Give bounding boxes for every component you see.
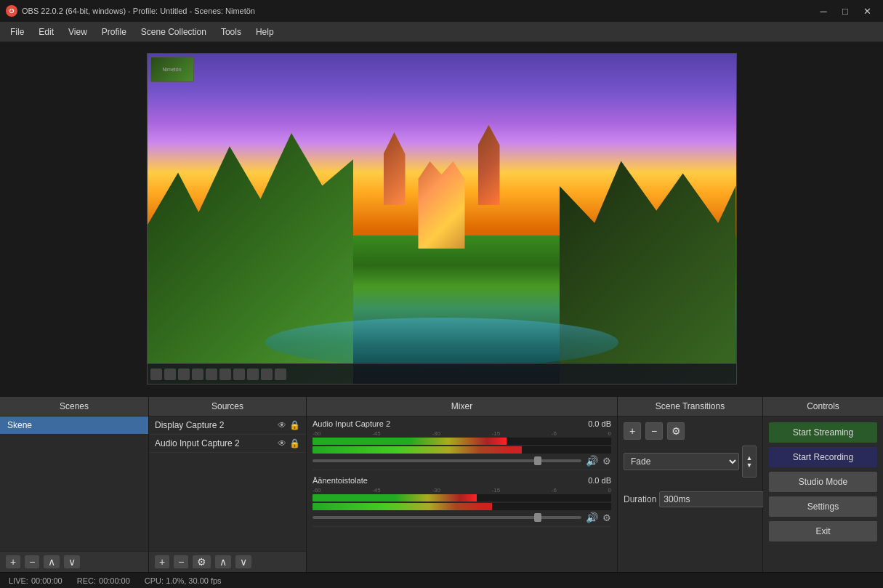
scenes-list: Skene — [0, 416, 148, 551]
meter-bar-2a — [313, 494, 611, 502]
sources-footer: + − ⚙ ∧ ∨ — [149, 551, 306, 572]
controls-panel: Controls Start Streaming Start Recording… — [763, 397, 883, 572]
meter-bar-1b — [313, 446, 611, 454]
gear-icon-1[interactable]: ⚙ — [602, 456, 611, 467]
maximize-button[interactable]: □ — [835, 4, 855, 18]
menu-edit[interactable]: Edit — [31, 24, 61, 40]
cpu-label: CPU: 1.0%, 30.00 fps — [145, 576, 222, 585]
statusbar: LIVE: 00:00:00 REC: 00:00:00 CPU: 1.0%, … — [0, 572, 883, 588]
duration-label: Duration — [624, 494, 656, 504]
preview-thumbnail: Nimetön — [150, 57, 194, 82]
scene-item-skene[interactable]: Skene — [0, 416, 148, 434]
sources-list: Display Capture 2 👁 🔒 Audio Input Captur… — [149, 416, 306, 551]
source-eye-icon[interactable]: 👁 — [278, 420, 286, 430]
mixer-track-2-header: Äänentoistolate 0.0 dB — [313, 476, 611, 485]
source-icons-display: 👁 🔒 — [278, 420, 300, 430]
live-time: 00:00:00 — [31, 576, 63, 585]
app-icon: O — [6, 5, 17, 17]
mute-icon-2[interactable]: 🔊 — [586, 512, 598, 523]
sources-remove-button[interactable]: − — [174, 555, 188, 568]
transitions-settings-button[interactable]: ⚙ — [667, 422, 685, 440]
meter-bar-2b — [313, 503, 611, 510]
mixer-content: Audio Input Capture 2 0.0 dB -60 -45 -30… — [307, 416, 617, 572]
castle-tower-right — [478, 125, 500, 205]
source-eye-icon-2[interactable]: 👁 — [278, 438, 286, 448]
minimize-button[interactable]: ─ — [813, 4, 834, 18]
start-recording-button[interactable]: Start Recording — [769, 447, 877, 467]
tb-icon-10 — [275, 368, 286, 380]
mute-icon-1[interactable]: 🔊 — [586, 455, 598, 467]
studio-mode-button[interactable]: Studio Mode — [769, 472, 877, 492]
menubar: File Edit View Profile Scene Collection … — [0, 22, 883, 42]
mixer-fader-2[interactable] — [313, 516, 581, 519]
mixer-track-1: Audio Input Capture 2 0.0 dB -60 -45 -30… — [313, 419, 611, 470]
transitions-buttons: + − ⚙ — [624, 422, 757, 440]
tb-icon-9 — [261, 368, 273, 380]
rec-time: 00:00:00 — [99, 576, 130, 585]
scenes-remove-button[interactable]: − — [25, 555, 39, 568]
scenes-down-button[interactable]: ∨ — [64, 555, 80, 568]
transition-type-select[interactable]: Fade Cut Swipe Slide — [624, 453, 739, 470]
status-rec: REC: 00:00:00 — [77, 576, 130, 585]
gear-icon-2[interactable]: ⚙ — [602, 512, 611, 523]
sources-down-button[interactable]: ∨ — [235, 555, 251, 568]
mixer-track-1-header: Audio Input Capture 2 0.0 dB — [313, 419, 611, 428]
tb-icon-2 — [164, 368, 176, 380]
menu-file[interactable]: File — [3, 24, 31, 40]
meter-fill-1a — [313, 438, 507, 445]
preview-taskbar — [148, 363, 736, 384]
titlebar: O OBS 22.0.2 (64-bit, windows) - Profile… — [0, 0, 883, 22]
source-icons-audio: 👁 🔒 — [278, 438, 300, 448]
mixer-track-2-name: Äänentoistolate — [313, 476, 368, 485]
titlebar-left: O OBS 22.0.2 (64-bit, windows) - Profile… — [6, 5, 255, 17]
castle — [376, 103, 507, 249]
rec-label: REC: — [77, 576, 96, 585]
controls-content: Start Streaming Start Recording Studio M… — [763, 416, 883, 572]
scenes-footer: + − ∧ ∨ — [0, 551, 148, 572]
duration-input[interactable] — [659, 491, 777, 507]
preview-area: Nimetön — [0, 42, 883, 395]
menu-help[interactable]: Help — [249, 24, 281, 40]
scenes-add-button[interactable]: + — [6, 555, 20, 568]
exit-button[interactable]: Exit — [769, 521, 877, 541]
settings-button[interactable]: Settings — [769, 496, 877, 517]
tb-icon-1 — [150, 368, 162, 380]
meter-fill-1b — [313, 446, 522, 454]
tb-icon-3 — [178, 368, 190, 380]
window-title: OBS 22.0.2 (64-bit, windows) - Profile: … — [22, 7, 255, 15]
menu-profile[interactable]: Profile — [94, 24, 134, 40]
menu-view[interactable]: View — [61, 24, 94, 40]
source-item-display: Display Capture 2 👁 🔒 — [149, 416, 306, 435]
scenes-up-button[interactable]: ∧ — [44, 555, 60, 568]
start-streaming-button[interactable]: Start Streaming — [769, 422, 877, 443]
sources-up-button[interactable]: ∧ — [215, 555, 231, 568]
transitions-remove-button[interactable]: − — [645, 422, 663, 440]
source-lock-icon-2[interactable]: 🔒 — [289, 438, 300, 448]
status-cpu: CPU: 1.0%, 30.00 fps — [145, 576, 222, 585]
close-button[interactable]: ✕ — [857, 4, 877, 18]
tb-icon-7 — [233, 368, 245, 380]
bottom-panels: Scenes Skene + − ∧ ∨ Sources Display Cap… — [0, 395, 883, 572]
mixer-fader-1[interactable] — [313, 459, 581, 462]
source-lock-icon[interactable]: 🔒 — [289, 420, 300, 430]
transitions-add-button[interactable]: + — [624, 422, 641, 440]
sources-header: Sources — [149, 397, 306, 416]
sources-panel: Sources Display Capture 2 👁 🔒 Audio Inpu… — [149, 397, 307, 572]
mixer-track-2: Äänentoistolate 0.0 dB -60 -45 -30 -15 -… — [313, 476, 611, 527]
castle-body — [413, 161, 471, 249]
meter-markers-1: -60 -45 -30 -15 -6 0 — [313, 430, 611, 437]
transitions-panel: Scene Transitions + − ⚙ Fade Cut Swipe S… — [618, 397, 763, 572]
transition-select-row: Fade Cut Swipe Slide ▲ ▼ — [624, 446, 757, 478]
titlebar-controls: ─ □ ✕ — [813, 4, 877, 18]
transition-type-spinner[interactable]: ▲ ▼ — [742, 446, 757, 478]
menu-scene-collection[interactable]: Scene Collection — [134, 24, 214, 40]
sources-add-button[interactable]: + — [155, 555, 169, 568]
mixer-fader-row-1: 🔊 ⚙ — [313, 455, 611, 467]
mixer-fader-row-2: 🔊 ⚙ — [313, 512, 611, 523]
tb-icon-8 — [247, 368, 259, 380]
sources-settings-button[interactable]: ⚙ — [193, 555, 211, 568]
live-label: LIVE: — [9, 576, 28, 585]
menu-tools[interactable]: Tools — [214, 24, 249, 40]
controls-header: Controls — [763, 397, 883, 416]
taskbar-icons — [150, 368, 286, 380]
